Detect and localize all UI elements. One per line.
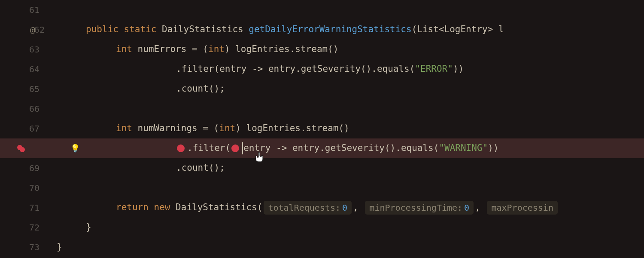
code-content[interactable]: int numWarnings = ( int ) logEntries . s…: [52, 122, 349, 135]
gutter[interactable]: 70: [0, 182, 52, 194]
line-number: 63: [26, 43, 39, 55]
inlay-hint: minProcessingTime:0: [365, 201, 474, 215]
line-number: 61: [26, 4, 39, 16]
text-cursor: [242, 142, 243, 154]
code-content[interactable]: . filter ( entry -> entry . getSeverity …: [82, 142, 499, 154]
code-line[interactable]: 71 return new DailyStatistics ( totalReq…: [0, 198, 644, 218]
code-editor[interactable]: 61 62 @ public static DailyStatistics ge…: [0, 0, 644, 258]
gutter[interactable]: 71: [0, 202, 52, 214]
code-content[interactable]: . count ( ) ;: [52, 83, 225, 95]
code-line[interactable]: 67 int numWarnings = ( int ) logEntries …: [0, 119, 644, 138]
lightbulb-icon[interactable]: 💡: [70, 143, 80, 154]
return-type: DailyStatistics: [162, 23, 243, 36]
gutter[interactable]: 62 @: [0, 24, 52, 36]
gutter[interactable]: 73: [0, 241, 52, 253]
keyword-static: static: [124, 23, 157, 36]
keyword-public: public: [86, 23, 118, 36]
override-marker-icon[interactable]: @: [30, 24, 35, 36]
code-line[interactable]: 62 @ public static DailyStatistics getDa…: [0, 20, 644, 40]
inline-breakpoint-icon[interactable]: [177, 144, 185, 152]
code-content[interactable]: . filter ( entry -> entry . getSeverity …: [52, 63, 464, 75]
gutter[interactable]: 67: [0, 123, 52, 135]
code-line[interactable]: 73 }: [0, 237, 644, 257]
gutter[interactable]: 66: [0, 103, 52, 115]
inlay-hint: totalRequests:0: [264, 201, 352, 215]
code-content[interactable]: }: [52, 241, 62, 253]
string-literal: "WARNING": [439, 142, 488, 154]
code-content[interactable]: }: [52, 221, 91, 233]
type-int: int: [116, 122, 132, 135]
line-number: 71: [26, 202, 39, 214]
line-number: 64: [26, 63, 39, 75]
code-line[interactable]: 70: [0, 178, 644, 198]
code-content[interactable]: int numErrors = ( int ) logEntries . str…: [52, 43, 338, 55]
code-content[interactable]: public static DailyStatistics getDailyEr…: [52, 23, 504, 36]
code-line[interactable]: 63 int numErrors = ( int ) logEntries . …: [0, 40, 644, 59]
line-number: 65: [26, 83, 39, 95]
inlay-hint: maxProcessin: [487, 201, 558, 215]
code-line[interactable]: 61: [0, 0, 644, 20]
gutter[interactable]: 63: [0, 43, 52, 55]
gutter[interactable]: 72: [0, 221, 52, 233]
breakpoint-icon[interactable]: [16, 143, 27, 154]
gutter[interactable]: 64: [0, 63, 52, 75]
code-line[interactable]: 69 . count ( ) ;: [0, 158, 644, 178]
inline-breakpoint-icon[interactable]: [231, 144, 239, 152]
line-number: 73: [26, 241, 39, 253]
line-number: 72: [26, 221, 39, 233]
line-number: 66: [26, 103, 39, 115]
type-int: int: [116, 43, 132, 55]
gutter[interactable]: 61: [0, 4, 52, 16]
gutter[interactable]: 68: [0, 142, 52, 154]
keyword-return: return: [116, 201, 149, 214]
line-number: 69: [26, 162, 39, 174]
gutter[interactable]: 65: [0, 83, 52, 95]
gutter[interactable]: 69: [0, 162, 52, 174]
code-content[interactable]: . count ( ) ;: [52, 162, 225, 174]
line-number: 70: [26, 182, 39, 194]
code-line-active[interactable]: 68 💡 . filter ( entry -> entry . getSeve…: [0, 138, 644, 158]
code-line[interactable]: 64 . filter ( entry -> entry . getSeveri…: [0, 59, 644, 79]
method-name: getDailyErrorWarningStatistics: [249, 23, 411, 36]
line-number: 67: [26, 123, 39, 135]
code-content[interactable]: return new DailyStatistics ( totalReques…: [52, 201, 559, 215]
code-line[interactable]: 65 . count ( ) ;: [0, 79, 644, 99]
keyword-new: new: [154, 201, 170, 214]
string-literal: "ERROR": [415, 63, 453, 75]
code-line[interactable]: 66: [0, 99, 644, 119]
code-line[interactable]: 72 }: [0, 218, 644, 237]
